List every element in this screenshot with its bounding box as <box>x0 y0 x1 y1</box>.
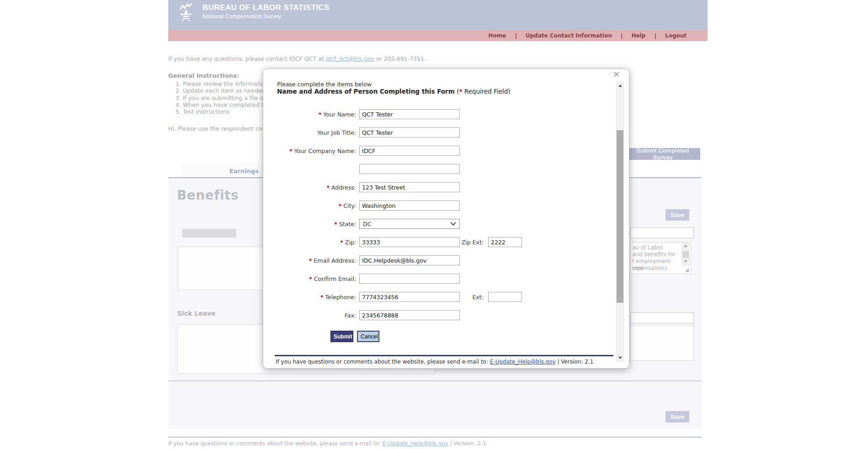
zip-ext-field[interactable] <box>488 237 522 247</box>
modal-footer: If you have questions or comments about … <box>276 359 593 365</box>
modal-scrollbar[interactable] <box>616 81 624 362</box>
site-title: BUREAU OF LABOR STATISTICS <box>202 3 330 12</box>
respondent-note: Hi, Please use the respondent comm <box>168 125 273 132</box>
city-field[interactable] <box>359 201 460 211</box>
city-label: * City: <box>263 202 356 209</box>
contact-info-modal: × Please complete the items below Name a… <box>263 69 629 369</box>
nav-separator: | <box>654 32 656 39</box>
confirm-email-label: * Confirm Email: <box>263 275 356 282</box>
modal-title: Name and Address of Person Completing th… <box>277 88 511 95</box>
email-field[interactable] <box>359 255 460 265</box>
instruction-item: 5. Test Instructions <box>176 108 276 115</box>
company-name-line2-field[interactable] <box>359 164 460 174</box>
modal-footer-divider <box>275 355 613 356</box>
fax-field[interactable] <box>359 310 460 320</box>
job-title-field[interactable] <box>359 127 460 137</box>
nav-home[interactable]: Home <box>488 32 506 39</box>
instruction-item: 3. If you are submitting a file or ot <box>176 95 276 101</box>
idcf-email-link[interactable]: idcf_qct@bls.gov <box>326 55 374 62</box>
page-footer: If you have questions or comments about … <box>168 440 486 447</box>
site-subtitle: National Compensation Survey <box>202 13 281 20</box>
state-select-value: DC <box>363 221 371 227</box>
general-instructions-heading: General Instructions: <box>168 72 239 79</box>
bls-star-logo-icon <box>178 3 197 26</box>
sick-leave-heading: Sick Leave <box>177 310 216 317</box>
nav-separator: | <box>621 32 623 39</box>
scroll-up-icon[interactable] <box>682 243 689 250</box>
textarea-text-fragment: and benefits for <box>632 251 681 258</box>
telephone-label: * Telephone: <box>263 294 356 301</box>
benefits-heading: Benefits <box>177 188 239 203</box>
save-button-top[interactable]: Save <box>666 209 689 221</box>
scroll-down-icon[interactable] <box>682 259 689 266</box>
modal-intro: Please complete the items below <box>277 81 372 88</box>
submit-completed-survey-button[interactable]: Submit Completed Survey <box>625 148 700 160</box>
confirm-email-field[interactable] <box>359 274 460 284</box>
close-icon[interactable]: × <box>613 70 620 78</box>
textarea-text-fragment: au of Labor <box>632 244 681 251</box>
submit-button[interactable]: Submit <box>330 331 353 342</box>
telephone-ext-label: Ext: <box>419 294 484 301</box>
address-label: * Address: <box>263 184 356 191</box>
instruction-item: 1. Please review the information o <box>176 80 276 87</box>
save-button-bottom[interactable]: Save <box>666 411 689 423</box>
eupdate-help-email-link[interactable]: E-Update_Help@bls.gov <box>383 440 448 447</box>
company-name-field[interactable] <box>359 146 460 156</box>
company-name-label: * Your Company Name: <box>263 148 356 154</box>
zip-ext-label: Zip Ext: <box>419 239 484 246</box>
chevron-down-icon <box>450 222 456 226</box>
instruction-item: 2. Update each item as needed in <box>176 87 276 94</box>
address-field[interactable] <box>359 182 460 192</box>
eupdate-help-email-link[interactable]: E-Update_Help@bls.gov <box>490 359 556 365</box>
zip-label: * Zip: <box>263 239 356 246</box>
sick-leave-right-textarea[interactable] <box>630 325 694 361</box>
nav-help[interactable]: Help <box>632 32 646 39</box>
general-instructions-list: 1. Please review the information o 2. Up… <box>176 80 276 115</box>
fax-label: Fax: <box>263 312 356 319</box>
email-label: * Email Address: <box>263 257 356 264</box>
section-divider <box>168 380 702 381</box>
benefits-text-field[interactable] <box>630 227 694 238</box>
telephone-ext-field[interactable] <box>488 292 522 302</box>
textarea-text-fragment: mpensation), <box>632 265 681 272</box>
job-title-label: Your Job Title: <box>263 129 356 136</box>
scroll-down-icon[interactable] <box>617 354 623 361</box>
state-label: * State: <box>263 221 356 227</box>
footer-divider <box>168 437 702 438</box>
your-name-field[interactable] <box>359 109 460 119</box>
bls-eupdate-page: BUREAU OF LABOR STATISTICS National Comp… <box>0 0 868 449</box>
sick-leave-text-field[interactable] <box>630 312 694 323</box>
instruction-item: 4. When you have completed the s <box>176 101 276 108</box>
nav-update-contact-information[interactable]: Update Contact Information <box>526 32 612 39</box>
scroll-up-icon[interactable] <box>617 82 623 89</box>
contact-question-line: If you have any questions, please contac… <box>168 55 428 62</box>
cancel-button[interactable]: Cancel <box>357 331 379 342</box>
top-nav: Home | Update Contact Information | Help… <box>168 30 708 41</box>
scrollbar-thumb[interactable] <box>617 130 623 303</box>
resize-grip-icon[interactable]: ◢ <box>685 267 689 272</box>
your-name-label: * Your Name: <box>263 111 356 118</box>
nav-logout[interactable]: Logout <box>665 32 687 39</box>
dimmed-label-placeholder <box>182 229 236 238</box>
state-select[interactable]: DC <box>359 219 460 229</box>
scrollbar-thumb[interactable] <box>682 251 689 258</box>
nav-separator: | <box>515 32 517 39</box>
